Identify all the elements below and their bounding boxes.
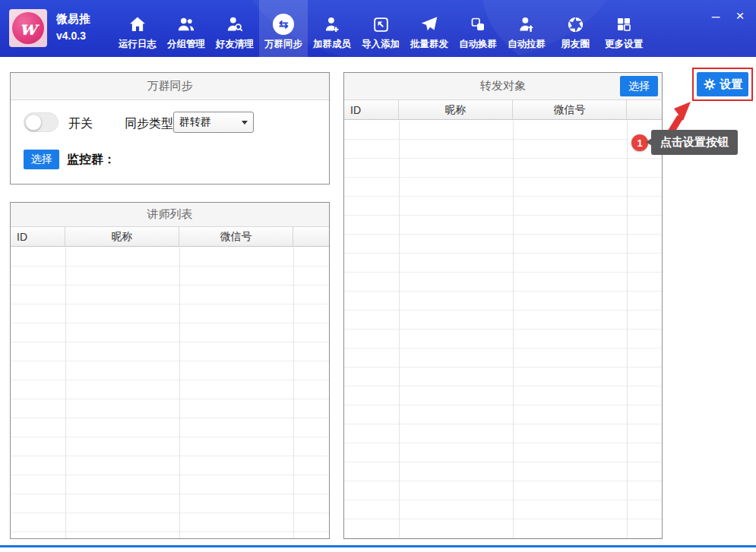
column-header-extra: [627, 100, 662, 119]
annotation-tooltip: 点击设置按钮: [651, 130, 738, 155]
auto-switch-group-icon: [469, 12, 487, 36]
panel-title: 万群同步: [11, 73, 329, 100]
auto-pull-group-icon: [517, 12, 536, 36]
logo-w-icon: w: [12, 12, 44, 44]
more-settings-icon: [615, 12, 633, 36]
column-header-id: ID: [11, 227, 65, 246]
nav-item-friend-clean[interactable]: 好友清理: [210, 0, 259, 57]
nav-item-run-log[interactable]: 运行日志: [113, 0, 162, 57]
lecturer-table-body[interactable]: [11, 248, 329, 538]
panel-title: 讲师列表: [11, 203, 329, 227]
app-title: 微易推 v4.0.3: [56, 11, 90, 44]
nav-item-auto-switch-group[interactable]: 自动换群: [454, 0, 502, 57]
nav-item-add-member[interactable]: 加群成员: [308, 0, 356, 57]
batch-send-icon: [419, 12, 439, 36]
nav-label: 加群成员: [313, 38, 351, 51]
friend-clean-icon: [225, 12, 245, 36]
column-header-wechat-id: 微信号: [513, 100, 627, 119]
home-icon: [128, 12, 147, 36]
nav-label: 运行日志: [119, 38, 157, 51]
settings-label: 设置: [720, 77, 743, 92]
close-button[interactable]: ×: [730, 6, 750, 26]
sync-toggle[interactable]: [24, 112, 59, 132]
column-header-nickname: 昵称: [399, 100, 513, 119]
toggle-label: 开关: [68, 116, 93, 132]
lecturer-list-panel: 讲师列表 ID 昵称 微信号: [10, 202, 330, 539]
app-version: v4.0.3: [56, 27, 90, 44]
nav-label: 好友清理: [216, 38, 254, 51]
group-sync-icon: ⇆: [273, 12, 294, 36]
sync-type-dropdown[interactable]: 群转群: [173, 112, 254, 133]
panel-title: 转发对象: [344, 73, 662, 100]
sync-type-label: 同步类型: [125, 116, 173, 132]
nav-label: 分组管理: [167, 38, 205, 51]
forward-table-body[interactable]: [344, 121, 662, 538]
column-header-nickname: 昵称: [65, 227, 179, 246]
nav-item-auto-pull-group[interactable]: 自动拉群: [502, 0, 551, 57]
nav-item-batch-send[interactable]: 批量群发: [405, 0, 454, 57]
column-divider: [399, 121, 400, 538]
bottom-accent-line: [0, 545, 756, 547]
nav-label: 万群同步: [264, 38, 302, 51]
nav-label: 朋友圈: [561, 38, 590, 51]
nav-label: 自动换群: [459, 38, 497, 51]
gear-icon: [703, 77, 716, 91]
monitor-group-label: 监控群：: [67, 152, 115, 168]
minimize-button[interactable]: –: [706, 6, 726, 26]
group-manage-icon: [176, 12, 197, 36]
column-header-wechat-id: 微信号: [179, 227, 293, 246]
group-sync-panel: 万群同步 开关 同步类型 群转群 选择 监控群：: [10, 72, 330, 185]
nav-label: 批量群发: [410, 38, 448, 51]
column-divider: [293, 248, 294, 538]
sync-type-value: 群转群: [179, 115, 211, 129]
toggle-knob: [25, 114, 42, 131]
import-add-icon: [372, 12, 391, 36]
app-window: w 微易推 v4.0.3 运行日志 分组管理: [0, 0, 756, 552]
lecturer-table-header: ID 昵称 微信号: [11, 227, 329, 247]
moments-icon: [566, 12, 585, 36]
nav-item-group-manage[interactable]: 分组管理: [162, 0, 210, 57]
topbar: w 微易推 v4.0.3 运行日志 分组管理: [0, 0, 756, 57]
nav-label: 更多设置: [605, 38, 643, 51]
monitor-select-button[interactable]: 选择: [24, 150, 59, 169]
main-nav: 运行日志 分组管理 好友清理 ⇆ 万群同步: [113, 0, 648, 57]
app-logo: w: [9, 9, 47, 47]
nav-item-more-settings[interactable]: 更多设置: [599, 0, 648, 57]
chevron-down-icon: [242, 121, 248, 125]
column-divider: [627, 121, 628, 538]
nav-label: 自动拉群: [508, 38, 546, 51]
add-member-icon: [322, 12, 342, 36]
forward-select-button[interactable]: 选择: [620, 76, 658, 96]
nav-item-group-sync[interactable]: ⇆ 万群同步: [259, 0, 308, 57]
app-name: 微易推: [56, 11, 90, 27]
forward-target-panel: 转发对象 选择 ID 昵称 微信号: [343, 72, 663, 539]
settings-button[interactable]: 设置: [697, 72, 748, 96]
nav-item-moments[interactable]: 朋友圈: [551, 0, 599, 57]
column-divider: [179, 248, 180, 538]
forward-table-header: ID 昵称 微信号: [344, 100, 662, 120]
column-divider: [65, 248, 66, 538]
nav-label: 导入添加: [362, 38, 400, 51]
column-divider: [513, 121, 514, 538]
nav-item-import-add[interactable]: 导入添加: [356, 0, 405, 57]
column-header-id: ID: [344, 100, 399, 119]
column-header-extra: [293, 227, 329, 246]
